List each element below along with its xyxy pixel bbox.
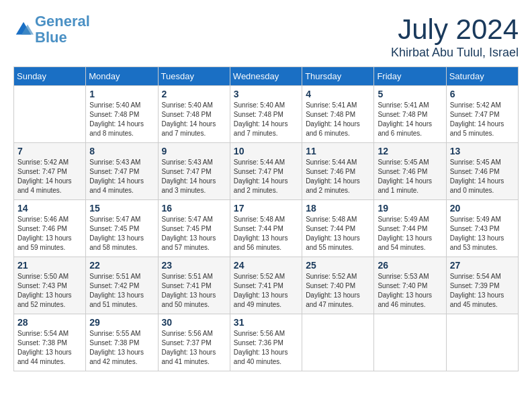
logo-text: General Blue bbox=[35, 13, 90, 46]
day-info: Sunrise: 5:49 AMSunset: 7:43 PMDaylight:… bbox=[450, 215, 515, 253]
logo-line2: Blue bbox=[35, 29, 67, 46]
day-info: Sunrise: 5:43 AMSunset: 7:47 PMDaylight:… bbox=[89, 158, 154, 195]
day-number: 21 bbox=[17, 260, 82, 271]
calendar-week-row: 21Sunrise: 5:50 AMSunset: 7:43 PMDayligh… bbox=[14, 257, 519, 314]
logo-icon bbox=[13, 19, 34, 40]
calendar-cell: 8Sunrise: 5:43 AMSunset: 7:47 PMDaylight… bbox=[86, 143, 158, 200]
calendar-cell: 29Sunrise: 5:55 AMSunset: 7:38 PMDayligh… bbox=[86, 314, 158, 371]
weekday-header-wednesday: Wednesday bbox=[230, 67, 302, 86]
day-number: 17 bbox=[234, 203, 298, 214]
calendar-cell: 12Sunrise: 5:45 AMSunset: 7:46 PMDayligh… bbox=[374, 143, 446, 200]
calendar-cell bbox=[302, 314, 374, 371]
calendar-cell: 4Sunrise: 5:41 AMSunset: 7:48 PMDaylight… bbox=[302, 86, 374, 143]
day-number: 13 bbox=[450, 146, 515, 156]
calendar-week-row: 14Sunrise: 5:46 AMSunset: 7:46 PMDayligh… bbox=[14, 200, 519, 257]
day-info: Sunrise: 5:49 AMSunset: 7:44 PMDaylight:… bbox=[378, 215, 442, 253]
calendar-cell: 18Sunrise: 5:48 AMSunset: 7:44 PMDayligh… bbox=[302, 200, 374, 257]
calendar-cell: 23Sunrise: 5:51 AMSunset: 7:41 PMDayligh… bbox=[158, 257, 230, 314]
day-info: Sunrise: 5:53 AMSunset: 7:40 PMDaylight:… bbox=[378, 272, 442, 310]
weekday-header-saturday: Saturday bbox=[446, 67, 518, 86]
calendar-cell: 21Sunrise: 5:50 AMSunset: 7:43 PMDayligh… bbox=[14, 257, 86, 314]
day-number: 20 bbox=[450, 203, 515, 214]
calendar-week-row: 28Sunrise: 5:54 AMSunset: 7:38 PMDayligh… bbox=[14, 314, 519, 371]
day-info: Sunrise: 5:51 AMSunset: 7:41 PMDaylight:… bbox=[162, 272, 226, 310]
day-info: Sunrise: 5:47 AMSunset: 7:45 PMDaylight:… bbox=[89, 215, 154, 253]
day-number: 3 bbox=[234, 89, 298, 99]
calendar-header-row: SundayMondayTuesdayWednesdayThursdayFrid… bbox=[14, 67, 519, 86]
day-info: Sunrise: 5:54 AMSunset: 7:38 PMDaylight:… bbox=[17, 329, 82, 367]
calendar-cell: 19Sunrise: 5:49 AMSunset: 7:44 PMDayligh… bbox=[374, 200, 446, 257]
day-number: 30 bbox=[162, 317, 226, 328]
day-info: Sunrise: 5:48 AMSunset: 7:44 PMDaylight:… bbox=[306, 215, 370, 253]
day-number: 27 bbox=[450, 260, 515, 271]
day-info: Sunrise: 5:43 AMSunset: 7:47 PMDaylight:… bbox=[162, 158, 226, 195]
day-info: Sunrise: 5:56 AMSunset: 7:36 PMDaylight:… bbox=[234, 329, 298, 367]
day-info: Sunrise: 5:52 AMSunset: 7:40 PMDaylight:… bbox=[306, 272, 370, 310]
day-info: Sunrise: 5:44 AMSunset: 7:46 PMDaylight:… bbox=[306, 158, 370, 195]
day-info: Sunrise: 5:46 AMSunset: 7:46 PMDaylight:… bbox=[17, 215, 82, 253]
weekday-header-tuesday: Tuesday bbox=[158, 67, 230, 86]
day-info: Sunrise: 5:42 AMSunset: 7:47 PMDaylight:… bbox=[17, 158, 82, 195]
day-number: 4 bbox=[306, 89, 370, 99]
calendar-cell: 1Sunrise: 5:40 AMSunset: 7:48 PMDaylight… bbox=[86, 86, 158, 143]
day-number: 1 bbox=[89, 89, 154, 99]
day-info: Sunrise: 5:52 AMSunset: 7:41 PMDaylight:… bbox=[234, 272, 298, 310]
day-info: Sunrise: 5:40 AMSunset: 7:48 PMDaylight:… bbox=[234, 101, 298, 138]
calendar-cell: 22Sunrise: 5:51 AMSunset: 7:42 PMDayligh… bbox=[86, 257, 158, 314]
day-number: 10 bbox=[234, 146, 298, 156]
day-info: Sunrise: 5:48 AMSunset: 7:44 PMDaylight:… bbox=[234, 215, 298, 253]
calendar-cell: 28Sunrise: 5:54 AMSunset: 7:38 PMDayligh… bbox=[14, 314, 86, 371]
calendar-cell: 2Sunrise: 5:40 AMSunset: 7:48 PMDaylight… bbox=[158, 86, 230, 143]
title-section: July 2024 Khirbat Abu Tulul, Israel bbox=[391, 13, 519, 60]
day-number: 8 bbox=[89, 146, 154, 156]
day-number: 7 bbox=[17, 146, 82, 156]
calendar-week-row: 7Sunrise: 5:42 AMSunset: 7:47 PMDaylight… bbox=[14, 143, 519, 200]
day-info: Sunrise: 5:56 AMSunset: 7:37 PMDaylight:… bbox=[162, 329, 226, 367]
day-info: Sunrise: 5:47 AMSunset: 7:45 PMDaylight:… bbox=[162, 215, 226, 253]
day-number: 24 bbox=[234, 260, 298, 271]
day-number: 22 bbox=[89, 260, 154, 271]
day-number: 31 bbox=[234, 317, 298, 328]
calendar-table: SundayMondayTuesdayWednesdayThursdayFrid… bbox=[13, 66, 519, 371]
calendar-cell: 20Sunrise: 5:49 AMSunset: 7:43 PMDayligh… bbox=[446, 200, 518, 257]
day-info: Sunrise: 5:41 AMSunset: 7:48 PMDaylight:… bbox=[306, 101, 370, 138]
calendar-cell: 31Sunrise: 5:56 AMSunset: 7:36 PMDayligh… bbox=[230, 314, 302, 371]
day-number: 12 bbox=[378, 146, 442, 156]
calendar-week-row: 1Sunrise: 5:40 AMSunset: 7:48 PMDaylight… bbox=[14, 86, 519, 143]
day-info: Sunrise: 5:45 AMSunset: 7:46 PMDaylight:… bbox=[378, 158, 442, 195]
calendar-cell: 16Sunrise: 5:47 AMSunset: 7:45 PMDayligh… bbox=[158, 200, 230, 257]
weekday-header-sunday: Sunday bbox=[14, 67, 86, 86]
day-number: 15 bbox=[89, 203, 154, 214]
day-info: Sunrise: 5:40 AMSunset: 7:48 PMDaylight:… bbox=[162, 101, 226, 138]
day-number: 19 bbox=[378, 203, 442, 214]
calendar-cell: 14Sunrise: 5:46 AMSunset: 7:46 PMDayligh… bbox=[14, 200, 86, 257]
calendar-cell: 10Sunrise: 5:44 AMSunset: 7:47 PMDayligh… bbox=[230, 143, 302, 200]
day-info: Sunrise: 5:41 AMSunset: 7:48 PMDaylight:… bbox=[378, 101, 442, 138]
day-info: Sunrise: 5:51 AMSunset: 7:42 PMDaylight:… bbox=[89, 272, 154, 310]
calendar-cell: 27Sunrise: 5:54 AMSunset: 7:39 PMDayligh… bbox=[446, 257, 518, 314]
calendar-cell: 24Sunrise: 5:52 AMSunset: 7:41 PMDayligh… bbox=[230, 257, 302, 314]
day-number: 26 bbox=[378, 260, 442, 271]
day-info: Sunrise: 5:42 AMSunset: 7:47 PMDaylight:… bbox=[450, 101, 515, 138]
day-info: Sunrise: 5:44 AMSunset: 7:47 PMDaylight:… bbox=[234, 158, 298, 195]
day-number: 6 bbox=[450, 89, 515, 99]
calendar-cell: 17Sunrise: 5:48 AMSunset: 7:44 PMDayligh… bbox=[230, 200, 302, 257]
day-number: 25 bbox=[306, 260, 370, 271]
calendar-cell bbox=[14, 86, 86, 143]
day-number: 29 bbox=[89, 317, 154, 328]
calendar-cell: 26Sunrise: 5:53 AMSunset: 7:40 PMDayligh… bbox=[374, 257, 446, 314]
location-title: Khirbat Abu Tulul, Israel bbox=[391, 46, 519, 60]
calendar-cell: 11Sunrise: 5:44 AMSunset: 7:46 PMDayligh… bbox=[302, 143, 374, 200]
day-info: Sunrise: 5:40 AMSunset: 7:48 PMDaylight:… bbox=[89, 101, 154, 138]
day-number: 11 bbox=[306, 146, 370, 156]
calendar-cell: 5Sunrise: 5:41 AMSunset: 7:48 PMDaylight… bbox=[374, 86, 446, 143]
calendar-cell: 25Sunrise: 5:52 AMSunset: 7:40 PMDayligh… bbox=[302, 257, 374, 314]
day-number: 23 bbox=[162, 260, 226, 271]
day-number: 2 bbox=[162, 89, 226, 99]
day-number: 16 bbox=[162, 203, 226, 214]
logo-line1: General bbox=[35, 13, 90, 30]
calendar-cell: 15Sunrise: 5:47 AMSunset: 7:45 PMDayligh… bbox=[86, 200, 158, 257]
calendar-cell bbox=[374, 314, 446, 371]
day-info: Sunrise: 5:54 AMSunset: 7:39 PMDaylight:… bbox=[450, 272, 515, 310]
day-number: 9 bbox=[162, 146, 226, 156]
